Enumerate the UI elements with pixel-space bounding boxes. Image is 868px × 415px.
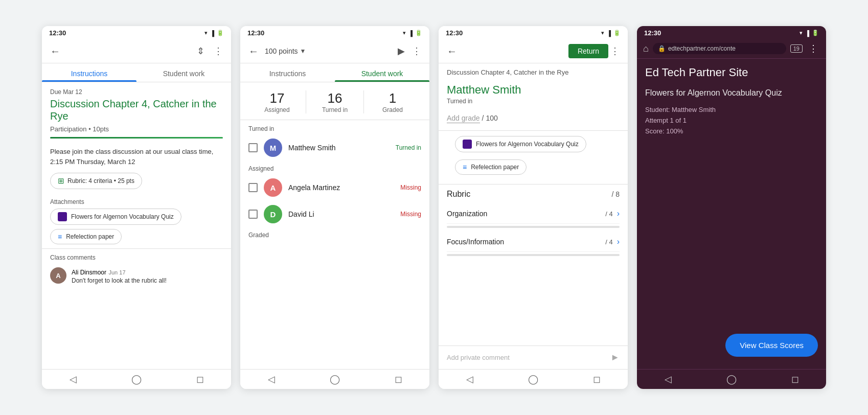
home-nav-icon-4[interactable]: ◯ bbox=[726, 374, 737, 385]
browser-home-icon[interactable]: ⌂ bbox=[643, 43, 649, 54]
p1-header: Due Mar 12 Discussion Chapter 4, Catcher… bbox=[42, 82, 231, 147]
tab-instructions-1[interactable]: Instructions bbox=[42, 63, 136, 82]
attachment1-label: Flowers for Algernon Vocabulary Quiz bbox=[71, 213, 174, 220]
back-button-3[interactable]: ← bbox=[445, 44, 459, 58]
student-name-david: David Li bbox=[288, 210, 394, 218]
points-value: 100 points bbox=[265, 47, 298, 55]
rubric-chip-1[interactable]: ⊞ Rubric: 4 criteria • 25 pts bbox=[50, 173, 142, 189]
commenter-name: Ali Dinsmoor bbox=[72, 269, 106, 276]
view-class-scores-button[interactable]: View Class Scores bbox=[725, 334, 818, 357]
more-icon-3[interactable]: ⋮ bbox=[608, 44, 622, 58]
student-row-angela[interactable]: A Angela Martinez Missing bbox=[240, 174, 429, 201]
attachment-chip-2[interactable]: ≡ Refelection paper bbox=[50, 229, 122, 244]
back-button-2[interactable]: ← bbox=[246, 44, 261, 58]
back-button-1[interactable]: ← bbox=[48, 44, 62, 58]
section-turned-in: Turned in bbox=[240, 120, 429, 134]
phone-1: 12:30 ▾ ▐ 🔋 ← ⇕ ⋮ Instructions Student w… bbox=[42, 26, 231, 389]
add-grade-label[interactable]: Add grade bbox=[447, 114, 480, 123]
attachment-chip-1[interactable]: Flowers for Algernon Vocabulary Quiz bbox=[50, 209, 181, 225]
status-icons-1: ▾ ▐ 🔋 bbox=[204, 30, 224, 36]
tab-count[interactable]: 19 bbox=[790, 44, 803, 53]
tabs-2: Instructions Student work bbox=[240, 63, 429, 82]
more-icon-4[interactable]: ⋮ bbox=[807, 42, 820, 55]
recents-nav-icon[interactable]: ◻ bbox=[196, 374, 204, 385]
battery-icon-4: 🔋 bbox=[812, 30, 819, 36]
home-nav-icon-2[interactable]: ◯ bbox=[330, 374, 340, 385]
due-date: Due Mar 12 bbox=[50, 88, 223, 96]
graded-stat: 1 Graded bbox=[364, 90, 421, 113]
criteria-row-1[interactable]: Organization / 4 › bbox=[447, 204, 620, 224]
content-2: 17 Assigned 16 Turned in 1 Graded Turned… bbox=[240, 82, 429, 369]
blue-doc-icon: ≡ bbox=[58, 233, 62, 241]
comment-item-1: A Ali Dinsmoor Jun 17 Don't forget to lo… bbox=[42, 264, 231, 288]
status-matthew: Turned in bbox=[396, 144, 421, 151]
attachment-chips-3: Flowers for Algernon Vocabulary Quiz ≡ R… bbox=[439, 131, 628, 184]
criteria-right-1: / 4 › bbox=[605, 209, 620, 218]
phone-3: 12:30 ▾ ▐ 🔋 ← Return ⋮ Discussion Chapte… bbox=[439, 26, 628, 389]
bottom-nav-4: ◁ ◯ ◻ bbox=[637, 369, 826, 389]
graded-count: 1 bbox=[364, 90, 421, 106]
content-3: Discussion Chapter 4, Catcher in the Rye… bbox=[439, 63, 628, 369]
wifi-icon-3: ▾ bbox=[601, 30, 604, 36]
back-nav-icon-3[interactable]: ◁ bbox=[466, 374, 473, 385]
signal-icon-4: ▐ bbox=[805, 30, 809, 36]
attachment-chip-3a[interactable]: Flowers for Algernon Vocabulary Quiz bbox=[455, 136, 586, 152]
recents-nav-icon-3[interactable]: ◻ bbox=[593, 374, 601, 385]
stats-row: 17 Assigned 16 Turned in 1 Graded bbox=[240, 82, 429, 120]
turned-in-count: 16 bbox=[306, 90, 363, 106]
criteria-name-2: Focus/Information bbox=[447, 238, 504, 246]
purple-icon bbox=[58, 212, 67, 221]
tab-student-work-2[interactable]: Student work bbox=[335, 63, 429, 82]
commenter-avatar: A bbox=[50, 267, 66, 284]
grade-row: Add grade / 100 bbox=[439, 110, 628, 131]
status-bar-2: 12:30 ▾ ▐ 🔋 bbox=[240, 26, 429, 39]
status-bar-1: 12:30 ▾ ▐ 🔋 bbox=[42, 26, 231, 39]
more-icon[interactable]: ⋮ bbox=[212, 44, 225, 58]
checkbox-angela[interactable] bbox=[248, 183, 258, 192]
student-row-matthew[interactable]: M Matthew Smith Turned in bbox=[240, 134, 429, 161]
return-button[interactable]: Return bbox=[568, 44, 608, 58]
home-nav-icon-3[interactable]: ◯ bbox=[528, 374, 538, 385]
avatar-david: D bbox=[264, 205, 282, 223]
attachments-label: Attachments bbox=[42, 195, 231, 209]
p4-score-info: Score: 100% bbox=[645, 127, 818, 135]
criteria-row-2[interactable]: Focus/Information / 4 › bbox=[447, 232, 620, 252]
back-nav-icon[interactable]: ◁ bbox=[70, 374, 77, 385]
tabs-1: Instructions Student work bbox=[42, 63, 231, 82]
back-nav-icon-4[interactable]: ◁ bbox=[665, 374, 672, 385]
share-icon[interactable]: ⇕ bbox=[195, 44, 207, 58]
checkbox-david[interactable] bbox=[248, 210, 258, 219]
checkbox-matthew[interactable] bbox=[248, 143, 258, 152]
lock-icon: 🔒 bbox=[658, 45, 666, 52]
recents-nav-icon-4[interactable]: ◻ bbox=[791, 374, 799, 385]
recents-nav-icon-2[interactable]: ◻ bbox=[395, 374, 402, 385]
chevron-icon-2: › bbox=[617, 237, 620, 246]
url-text: edtechpartner.com/conte bbox=[668, 45, 781, 52]
signal-icon-2: ▐ bbox=[408, 30, 413, 36]
grade-separator: / bbox=[482, 114, 484, 122]
blue-doc-icon-3: ≡ bbox=[463, 163, 467, 171]
home-nav-icon[interactable]: ◯ bbox=[131, 374, 142, 385]
attachment-chip-3b[interactable]: ≡ Refelection paper bbox=[455, 159, 527, 175]
points-selector[interactable]: 100 points ▼ bbox=[265, 47, 306, 55]
student-row-david[interactable]: D David Li Missing bbox=[240, 201, 429, 227]
url-bar[interactable]: 🔒 edtechpartner.com/conte bbox=[653, 43, 786, 54]
signal-icon: ▐ bbox=[210, 30, 214, 36]
section-assigned: Assigned bbox=[240, 161, 429, 174]
back-nav-icon-2[interactable]: ◁ bbox=[268, 374, 275, 385]
avatar-matthew: M bbox=[264, 139, 282, 157]
tab-instructions-2[interactable]: Instructions bbox=[240, 63, 335, 82]
drive-icon[interactable]: ▶ bbox=[398, 45, 405, 57]
grade-total: 100 bbox=[486, 114, 498, 122]
more-icon-2[interactable]: ⋮ bbox=[410, 44, 423, 58]
attachment2-label: Refelection paper bbox=[66, 233, 114, 240]
wifi-icon: ▾ bbox=[204, 30, 208, 36]
tab-student-work-1[interactable]: Student work bbox=[136, 63, 231, 82]
assigned-label: Assigned bbox=[248, 106, 306, 113]
assigned-stat: 17 Assigned bbox=[248, 90, 306, 113]
status-time-2: 12:30 bbox=[247, 29, 264, 37]
assigned-count: 17 bbox=[248, 90, 306, 106]
status-time-3: 12:30 bbox=[446, 29, 463, 37]
add-private-comment-row[interactable]: Add private comment ► bbox=[439, 345, 628, 369]
status-time-4: 12:30 bbox=[644, 29, 661, 37]
